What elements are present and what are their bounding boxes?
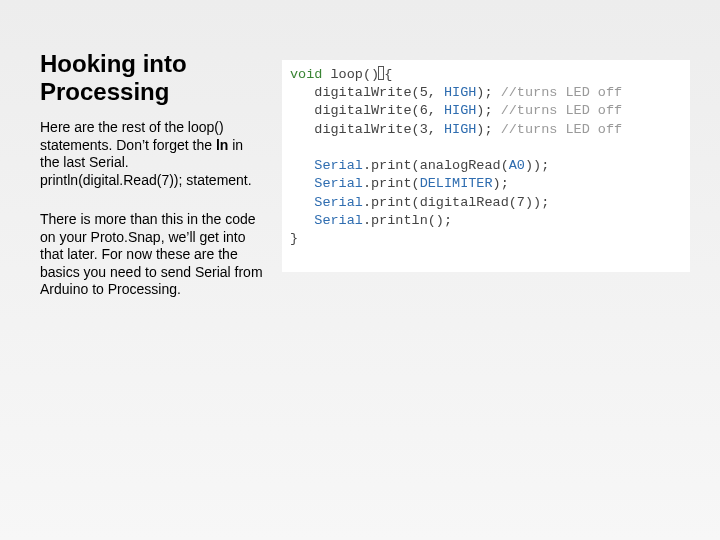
slide-heading: Hooking into Processing <box>40 50 265 105</box>
token-end: ); <box>476 122 492 137</box>
token-fn: loop <box>331 67 363 82</box>
token-mid: .print( <box>363 176 420 191</box>
token-rest: .println(); <box>363 213 452 228</box>
token-keyword: void <box>290 67 322 82</box>
token-comment: //turns LED off <box>501 85 623 100</box>
token-arg: A0 <box>509 158 525 173</box>
paragraph-2: There is more than this in the code on y… <box>40 211 265 299</box>
token-arg: DELIMITER <box>420 176 493 191</box>
token-mid: .print(analogRead( <box>363 158 509 173</box>
token-close-brace: } <box>290 231 298 246</box>
code-content: void loop(){ digitalWrite(5, HIGH); //tu… <box>290 66 682 248</box>
paragraph-1: Here are the rest of the loop() statemen… <box>40 119 265 189</box>
token-end: ); <box>476 103 492 118</box>
para1-part1: Here are the rest of the loop() statemen… <box>40 119 224 153</box>
token-comment: //turns LED off <box>501 122 623 137</box>
token-const: HIGH <box>444 85 476 100</box>
token-serial: Serial <box>314 195 363 210</box>
token-comment: //turns LED off <box>501 103 623 118</box>
token-serial: Serial <box>314 213 363 228</box>
token-paren: () <box>363 67 379 82</box>
token-serial: Serial <box>314 176 363 191</box>
token-end: ); <box>493 176 509 191</box>
token-call: digitalWrite(5, <box>314 85 444 100</box>
token-end: ); <box>476 85 492 100</box>
token-end: )); <box>525 158 549 173</box>
token-call: digitalWrite(3, <box>314 122 444 137</box>
token-call: digitalWrite(6, <box>314 103 444 118</box>
token-rest: .print(digitalRead(7)); <box>363 195 549 210</box>
token-brace: { <box>384 67 392 82</box>
token-const: HIGH <box>444 103 476 118</box>
token-const: HIGH <box>444 122 476 137</box>
para1-bold: ln <box>216 137 228 153</box>
token-serial: Serial <box>314 158 363 173</box>
code-snippet-panel: void loop(){ digitalWrite(5, HIGH); //tu… <box>282 60 690 272</box>
